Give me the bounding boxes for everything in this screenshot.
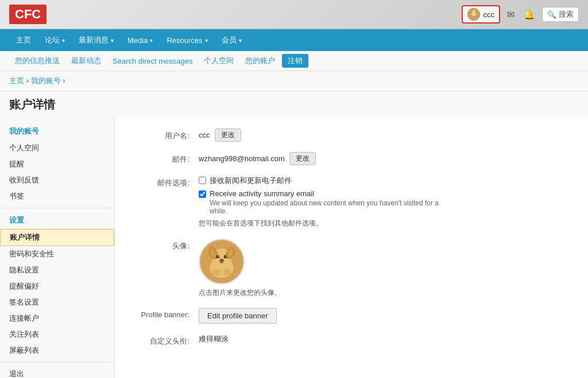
- sidebar-section-my-account: 我的账号: [0, 123, 114, 140]
- edit-profile-banner-button[interactable]: Edit profile banner: [199, 308, 277, 324]
- user-button[interactable]: ccc: [462, 5, 501, 24]
- subnav-personal-space[interactable]: 个人空间: [198, 53, 239, 68]
- avatar-label: 头像:: [132, 239, 189, 251]
- svg-point-2: [470, 10, 473, 14]
- sidebar-item-logout[interactable]: 退出: [0, 366, 114, 378]
- logo-bar: CFC ccc ✉ 🔔 🔍 搜索: [0, 0, 588, 29]
- svg-point-14: [226, 256, 227, 257]
- nav-label-media: Media: [127, 36, 148, 45]
- sidebar-item-signature[interactable]: 签名设置: [0, 294, 114, 310]
- breadcrumb: 主页 › 我的账号 ›: [0, 71, 588, 91]
- svg-point-12: [224, 255, 227, 259]
- nav-label-news: 最新消息: [79, 35, 109, 45]
- custom-title-row: 自定义头衔: 难得糊涂: [132, 334, 571, 346]
- avatar-note: 点击图片来更改您的头像。: [199, 288, 281, 298]
- breadcrumb-separator: ›: [26, 76, 31, 85]
- checkbox2-desc: We will keep you updated about new conte…: [210, 199, 439, 215]
- profile-banner-row: Profile banner: Edit profile banner: [132, 308, 571, 324]
- nav-label-forum: 论坛: [45, 35, 60, 45]
- sidebar-item-account-details[interactable]: 账户详情: [0, 229, 114, 246]
- checkbox-row-2: Receive activity summary email We will k…: [199, 189, 439, 215]
- logout-button[interactable]: 注销: [282, 54, 308, 68]
- sidebar-item-personal-space[interactable]: 个人空间: [0, 140, 114, 156]
- sidebar-item-alert-prefs[interactable]: 提醒偏好: [0, 278, 114, 294]
- custom-title-value: 难得糊涂: [199, 334, 229, 344]
- chevron-down-icon: ▾: [111, 37, 114, 44]
- mail-icon[interactable]: ✉: [505, 8, 517, 21]
- svg-point-17: [223, 269, 231, 275]
- topbar-right: ccc ✉ 🔔 🔍 搜索: [462, 5, 579, 24]
- nav-item-news[interactable]: 最新消息 ▾: [72, 29, 121, 51]
- svg-point-15: [219, 259, 224, 262]
- checkbox-news-email[interactable]: [199, 177, 206, 184]
- username-edit-button[interactable]: 更改: [215, 128, 241, 142]
- sidebar-item-following[interactable]: 关注列表: [0, 326, 114, 342]
- sidebar-divider2: [0, 362, 114, 363]
- email-note: 您可能会在首选项下找到其他邮件选项。: [199, 219, 439, 228]
- breadcrumb-home[interactable]: 主页: [9, 76, 24, 85]
- nav-label-members: 会员: [222, 35, 237, 45]
- sidebar-item-feedback[interactable]: 收到反馈: [0, 172, 114, 188]
- sidebar-item-blocked[interactable]: 屏蔽列表: [0, 342, 114, 358]
- breadcrumb-separator2: ›: [63, 76, 65, 85]
- email-edit-button[interactable]: 更改: [289, 152, 316, 165]
- username-label: 用户名:: [132, 128, 189, 141]
- nav-item-members[interactable]: 会员 ▾: [215, 29, 249, 51]
- sidebar-item-privacy[interactable]: 隐私设置: [0, 262, 114, 278]
- nav-item-resources[interactable]: Resources ▾: [160, 30, 214, 50]
- email-value-area: wzhang998@hotmail.com 更改: [199, 152, 316, 165]
- checkbox2-label: Receive activity summary email: [210, 189, 314, 198]
- sidebar-item-alerts[interactable]: 提醒: [0, 156, 114, 172]
- sidebar-item-password-security[interactable]: 密码和安全性: [0, 246, 114, 262]
- bell-icon[interactable]: 🔔: [521, 8, 537, 21]
- username-value-area: ccc 更改: [199, 128, 241, 142]
- custom-title-value-area: 难得糊涂: [199, 334, 229, 344]
- nav-item-forum[interactable]: 论坛 ▾: [38, 29, 72, 51]
- profile-banner-label: Profile banner:: [132, 308, 189, 319]
- breadcrumb-my-account[interactable]: 我的账号: [31, 76, 61, 85]
- checkbox2-content: Receive activity summary email We will k…: [210, 189, 439, 215]
- search-label: 搜索: [559, 9, 574, 20]
- sidebar-section-settings: 设置: [0, 212, 114, 229]
- email-label: 邮件:: [132, 152, 189, 165]
- avatar-area: 点击图片来更改您的头像。: [199, 239, 281, 298]
- svg-point-13: [218, 256, 219, 257]
- username-value: ccc: [199, 131, 210, 139]
- nav-item-home[interactable]: 主页: [9, 29, 38, 51]
- svg-point-16: [212, 269, 220, 275]
- checkbox-activity-email[interactable]: [199, 190, 206, 198]
- site-logo: CFC: [9, 5, 47, 24]
- svg-point-11: [216, 255, 220, 259]
- custom-title-label: 自定义头衔:: [132, 334, 189, 346]
- email-options-area: 接收新闻和更新电子邮件 Receive activity summary ema…: [199, 176, 439, 228]
- subnav-feed[interactable]: 您的信息推送: [9, 53, 65, 68]
- svg-point-3: [475, 10, 477, 14]
- main-navbar: 主页 论坛 ▾ 最新消息 ▾ Media ▾ Resources ▾ 会员 ▾: [0, 29, 588, 51]
- email-options-label: 邮件选项:: [132, 176, 189, 188]
- subnav-account[interactable]: 您的账户: [239, 53, 281, 68]
- avatar-row: 头像:: [132, 239, 571, 298]
- sidebar-item-connect-account[interactable]: 连接帐户: [0, 310, 114, 326]
- user-avatar: [467, 8, 480, 21]
- subnav-latest[interactable]: 最新动态: [65, 53, 107, 68]
- checkbox-row-1: 接收新闻和更新电子邮件: [199, 176, 439, 186]
- avatar-image[interactable]: [199, 239, 245, 285]
- nav-label-resources: Resources: [167, 36, 202, 45]
- nav-item-media[interactable]: Media ▾: [121, 30, 160, 50]
- form-area: 用户名: ccc 更改 邮件: wzhang998@hotmail.com 更改…: [115, 117, 588, 378]
- sub-navbar: 您的信息推送 最新动态 Search direct messages 个人空间 …: [0, 51, 588, 71]
- search-button[interactable]: 🔍 搜索: [542, 7, 579, 22]
- main-content: 我的账号 个人空间 提醒 收到反馈 书签 设置 账户详情 密码和安全性 隐私设置…: [0, 117, 588, 378]
- subnav-search-dm[interactable]: Search direct messages: [107, 54, 198, 68]
- user-name-label: ccc: [483, 10, 495, 19]
- email-row: 邮件: wzhang998@hotmail.com 更改: [132, 152, 571, 165]
- email-value: wzhang998@hotmail.com: [199, 154, 285, 163]
- profile-banner-area: Edit profile banner: [199, 308, 277, 324]
- chevron-down-icon: ▾: [62, 37, 65, 44]
- sidebar-divider: [0, 208, 114, 208]
- username-row: 用户名: ccc 更改: [132, 128, 571, 142]
- email-options-row: 邮件选项: 接收新闻和更新电子邮件 Receive activity summa…: [132, 176, 571, 228]
- chevron-down-icon: ▾: [205, 37, 208, 44]
- search-icon: 🔍: [547, 10, 556, 19]
- sidebar-item-bookmarks[interactable]: 书签: [0, 188, 114, 204]
